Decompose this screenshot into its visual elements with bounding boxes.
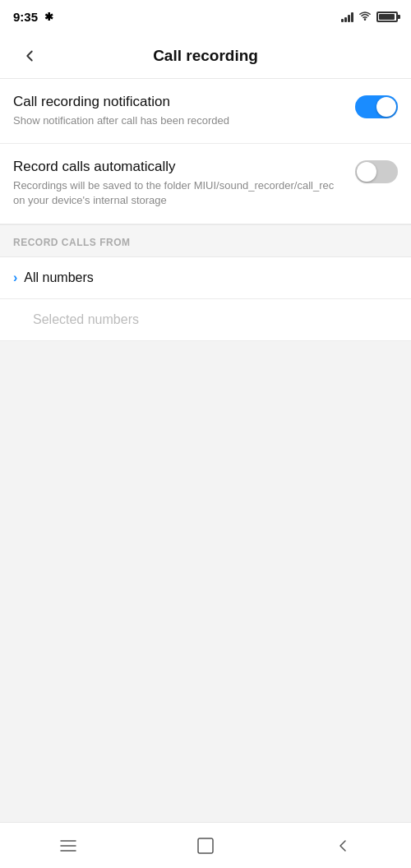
- svg-rect-4: [198, 838, 213, 853]
- toolbar: Call recording: [0, 33, 411, 79]
- wifi-icon: [358, 10, 372, 24]
- all-numbers-option[interactable]: › All numbers: [0, 257, 411, 299]
- notification-text-group: Call recording notification Show notific…: [13, 94, 355, 128]
- auto-record-text-group: Record calls automatically Recordings wi…: [13, 159, 355, 208]
- status-bar: 9:35 ✱: [0, 0, 411, 33]
- menu-icon: [58, 836, 78, 856]
- back-nav-icon: [333, 836, 353, 856]
- notification-subtitle: Show notification after call has been re…: [13, 113, 342, 128]
- home-icon: [196, 836, 215, 856]
- notification-title: Call recording notification: [13, 94, 342, 110]
- auto-record-title: Record calls automatically: [13, 159, 342, 175]
- page-title: Call recording: [46, 47, 365, 65]
- menu-nav-button[interactable]: [0, 823, 137, 868]
- gray-spacer: [0, 341, 411, 868]
- home-nav-button[interactable]: [137, 823, 275, 868]
- notification-toggle[interactable]: [355, 95, 398, 118]
- toggle-thumb-off: [357, 162, 376, 182]
- signal-icon: [341, 11, 353, 22]
- back-button[interactable]: [13, 39, 46, 72]
- auto-record-toggle[interactable]: [355, 160, 398, 183]
- auto-record-subtitle: Recordings will be saved to the folder M…: [13, 178, 342, 208]
- settings-section: Call recording notification Show notific…: [0, 79, 411, 224]
- auto-record-setting-item: Record calls automatically Recordings wi…: [0, 144, 411, 224]
- status-time-area: 9:35 ✱: [13, 10, 53, 24]
- selected-chevron-icon: ›: [13, 270, 17, 285]
- time-display: 9:35: [13, 10, 38, 24]
- battery-icon: [376, 12, 398, 22]
- all-numbers-label: All numbers: [24, 270, 93, 285]
- toggle-thumb: [376, 97, 396, 117]
- selected-numbers-label: Selected numbers: [33, 312, 139, 327]
- bluetooth-icon: ✱: [44, 11, 53, 23]
- record-calls-from-label: RECORD CALLS FROM: [0, 224, 411, 257]
- notification-setting-item: Call recording notification Show notific…: [0, 79, 411, 144]
- status-icons: [341, 10, 398, 24]
- content-area: Call recording notification Show notific…: [0, 79, 411, 868]
- svg-point-0: [364, 19, 365, 20]
- back-nav-button[interactable]: [274, 823, 411, 868]
- selected-numbers-option[interactable]: Selected numbers: [0, 299, 411, 341]
- bottom-nav: [0, 822, 411, 868]
